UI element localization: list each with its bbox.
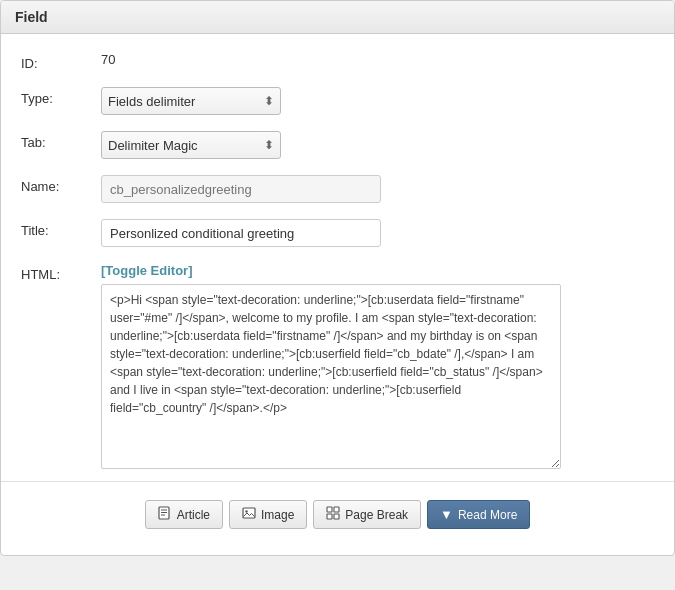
image-icon — [242, 506, 256, 523]
type-select-wrapper: Fields delimiter Text Integer Select — [101, 87, 281, 115]
tab-row: Tab: Delimiter Magic Main Contact — [1, 123, 674, 167]
svg-rect-4 — [243, 508, 255, 518]
title-label: Title: — [21, 219, 101, 238]
svg-rect-6 — [327, 507, 332, 512]
type-row: Type: Fields delimiter Text Integer Sele… — [1, 79, 674, 123]
id-value-wrap: 70 — [101, 52, 654, 67]
button-row: Article Image — [1, 486, 674, 545]
type-select[interactable]: Fields delimiter Text Integer Select — [101, 87, 281, 115]
article-button[interactable]: Article — [145, 500, 223, 529]
name-control-wrap — [101, 175, 654, 203]
page-break-label: Page Break — [345, 508, 408, 522]
page-break-icon — [326, 506, 340, 523]
type-label: Type: — [21, 87, 101, 106]
divider — [1, 481, 674, 482]
html-textarea[interactable] — [101, 284, 561, 469]
toggle-editor-link[interactable]: Toggle Editor — [101, 263, 654, 278]
read-more-button[interactable]: ▼ Read More — [427, 500, 530, 529]
title-row: Title: — [1, 211, 674, 255]
html-label: HTML: — [21, 263, 101, 282]
name-label: Name: — [21, 175, 101, 194]
image-label: Image — [261, 508, 294, 522]
field-panel: Field ID: 70 Type: Fields delimiter Text… — [0, 0, 675, 556]
read-more-icon: ▼ — [440, 507, 453, 522]
svg-rect-8 — [327, 514, 332, 519]
tab-select-wrapper: Delimiter Magic Main Contact — [101, 131, 281, 159]
article-icon — [158, 506, 172, 523]
svg-point-5 — [245, 510, 247, 512]
name-input[interactable] — [101, 175, 381, 203]
svg-rect-7 — [334, 507, 339, 512]
type-control-wrap: Fields delimiter Text Integer Select — [101, 87, 654, 115]
id-value: 70 — [101, 48, 115, 67]
tab-label: Tab: — [21, 131, 101, 150]
html-control-wrap: Toggle Editor — [101, 263, 654, 469]
id-label: ID: — [21, 52, 101, 71]
html-row: HTML: Toggle Editor — [1, 255, 674, 477]
read-more-label: Read More — [458, 508, 517, 522]
page-break-button[interactable]: Page Break — [313, 500, 421, 529]
title-input[interactable] — [101, 219, 381, 247]
panel-title: Field — [1, 1, 674, 34]
image-button[interactable]: Image — [229, 500, 307, 529]
id-row: ID: 70 — [1, 44, 674, 79]
article-label: Article — [177, 508, 210, 522]
title-control-wrap — [101, 219, 654, 247]
panel-body: ID: 70 Type: Fields delimiter Text Integ… — [1, 34, 674, 555]
tab-control-wrap: Delimiter Magic Main Contact — [101, 131, 654, 159]
tab-select[interactable]: Delimiter Magic Main Contact — [101, 131, 281, 159]
name-row: Name: — [1, 167, 674, 211]
svg-rect-9 — [334, 514, 339, 519]
